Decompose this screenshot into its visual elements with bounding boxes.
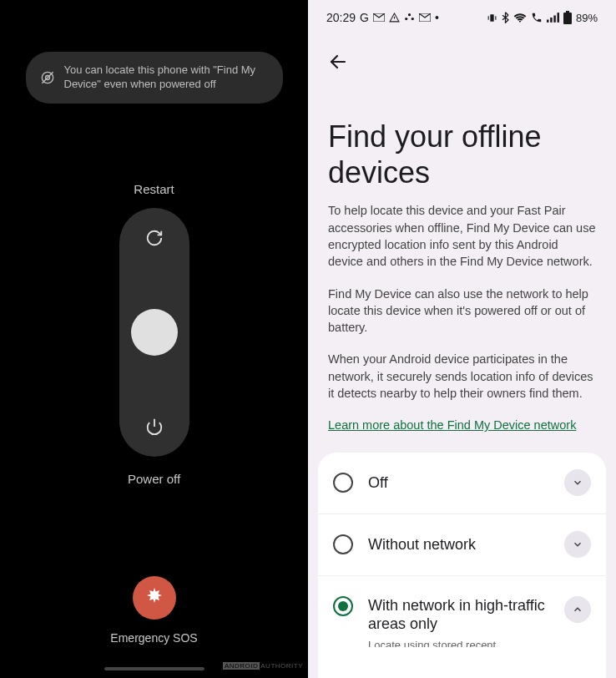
wifi-call-icon [531,12,543,23]
dot-icon: • [435,11,439,24]
svg-rect-14 [557,13,559,23]
page-title: Find your offline devices [308,80,616,202]
signal-icon [547,13,559,23]
battery-icon [563,11,572,24]
app-icon [404,13,415,23]
slider-handle[interactable] [131,309,178,356]
svg-rect-11 [547,20,549,23]
sos-label: Emergency SOS [110,631,197,645]
option-label: With network in high-traffic areas only [368,596,549,634]
expand-button[interactable] [564,531,591,558]
watermark: ANDROIDAUTHORITY [223,662,303,670]
svg-point-6 [405,17,407,19]
svg-rect-13 [553,16,556,23]
gmail-icon [373,13,385,22]
option-subtext: Locate using stored recent [368,639,549,647]
option-high-traffic[interactable]: With network in high-traffic areas only … [318,576,606,664]
svg-point-7 [412,17,414,19]
expand-button[interactable] [564,469,591,496]
bluetooth-icon [502,12,509,23]
description: To help locate this device and your Fast… [308,202,616,433]
find-my-device-toast: You can locate this phone with "Find My … [26,52,283,104]
para-1: To help locate this device and your Fast… [328,202,596,270]
restart-label: Restart [134,182,174,196]
poweroff-label: Power off [128,472,180,486]
wifi-icon [513,13,527,23]
home-indicator[interactable] [104,667,204,670]
google-icon: G [360,11,369,24]
power-slider[interactable] [119,208,189,457]
radar-icon [39,69,56,86]
svg-rect-8 [490,14,493,22]
back-button[interactable] [323,47,353,77]
svg-rect-12 [550,18,553,23]
svg-rect-16 [563,13,572,24]
restart-icon [144,228,164,248]
vibrate-icon [487,13,497,23]
gmail-icon-2 [419,13,431,22]
svg-point-5 [408,13,411,16]
option-label: Without network [368,535,549,554]
learn-more-link[interactable]: Learn more about the Find My Device netw… [328,418,576,432]
toast-text: You can locate this phone with "Find My … [64,63,266,92]
radio-without-network[interactable] [333,534,353,554]
warning-icon [389,13,400,23]
medical-icon [144,586,164,610]
status-bar: 20:29 G • 89% [308,0,616,35]
power-menu-panel: You can locate this phone with "Find My … [0,0,308,678]
collapse-button[interactable] [564,596,591,623]
options-card: Off Without network With network in high… [318,453,606,678]
power-icon [144,417,164,437]
battery-percent: 89% [576,12,598,24]
svg-rect-15 [566,11,569,13]
radio-high-traffic[interactable] [333,596,353,616]
option-label: Off [368,473,549,493]
radio-off[interactable] [333,473,353,493]
settings-panel: 20:29 G • 89% Find your offline devices … [308,0,616,678]
option-without-network[interactable]: Without network [318,514,606,576]
option-off[interactable]: Off [318,453,606,514]
para-2: Find My Device can also use the network … [328,286,596,336]
clock: 20:29 [326,11,356,24]
emergency-sos-button[interactable] [133,576,176,620]
para-3: When your Android device participates in… [328,351,596,402]
